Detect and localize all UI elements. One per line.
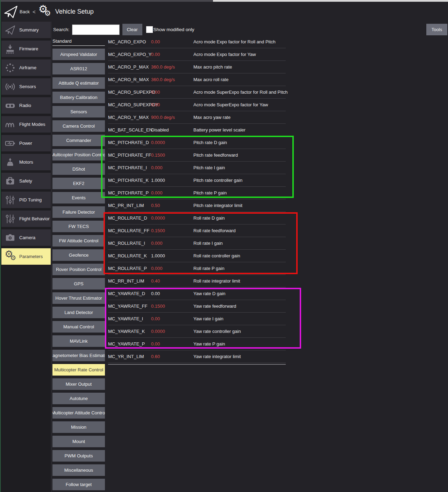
group-button-airspeed-validator[interactable]: Airspeed Validator bbox=[52, 49, 105, 60]
sidebar-item-power[interactable]: Power bbox=[1, 135, 51, 151]
param-name: MC_RR_INT_LIM bbox=[108, 275, 144, 287]
param-row-mc_rollrate_p[interactable]: MC_ROLLRATE_P0.000Roll rate P gain bbox=[108, 262, 286, 275]
param-row-mc_rr_int_lim[interactable]: MC_RR_INT_LIM0.40Roll rate integrator li… bbox=[108, 275, 286, 287]
param-row-mc_rollrate_k[interactable]: MC_ROLLRATE_K1.0000Roll rate controller … bbox=[108, 250, 286, 262]
param-row-mc_pr_int_lim[interactable]: MC_PR_INT_LIM0.50Pitch rate integrator l… bbox=[108, 199, 286, 212]
param-name: MC_PITCHRATE_D bbox=[108, 136, 149, 149]
param-row-mc_rollrate_i[interactable]: MC_ROLLRATE_I0.000Roll rate I gain bbox=[108, 237, 286, 250]
param-row-mc_rollrate_ff[interactable]: MC_ROLLRATE_FF0.1500Roll rate feedforwar… bbox=[108, 224, 286, 237]
sidebar-item-radio[interactable]: Radio bbox=[1, 97, 51, 114]
group-button-dshot[interactable]: DShot bbox=[52, 163, 105, 175]
sliders2-icon bbox=[4, 213, 16, 225]
group-button-fw-tecs[interactable]: FW TECS bbox=[52, 221, 105, 232]
sidebar-item-motors[interactable]: Motors bbox=[1, 154, 51, 170]
sidebar-item-camera[interactable]: Camera bbox=[1, 229, 51, 246]
param-row-mc_acro_r_max[interactable]: MC_ACRO_R_MAX360.0 deg/sMax acro roll ra… bbox=[108, 73, 286, 86]
param-row-mc_rollrate_d[interactable]: MC_ROLLRATE_D0.0000Roll rate D gain bbox=[108, 212, 286, 224]
paper-plane-icon bbox=[4, 24, 16, 36]
group-button-miscellaneous[interactable]: Miscellaneous bbox=[52, 464, 105, 476]
param-name: MC_ACRO_EXPO bbox=[108, 36, 146, 48]
param-row-mc_pitchrate_i[interactable]: MC_PITCHRATE_I0.000Pitch rate I gain bbox=[108, 162, 286, 174]
param-row-mc_yawrate_p[interactable]: MC_YAWRATE_P0.00Yaw rate P gain bbox=[108, 338, 286, 350]
group-button-events[interactable]: Events bbox=[52, 192, 105, 204]
param-description: Max acro yaw rate bbox=[193, 111, 230, 123]
setup-sidebar: SummaryFirmwareAirframeSensorsRadioFligh… bbox=[1, 22, 51, 492]
sidebar-item-label: Airframe bbox=[19, 65, 36, 70]
back-button[interactable]: Back bbox=[20, 9, 30, 14]
group-button-pwm-outputs[interactable]: PWM Outputs bbox=[52, 450, 105, 462]
sidebar-item-sensors[interactable]: Sensors bbox=[1, 78, 51, 95]
group-button-camera-control[interactable]: Camera Control bbox=[52, 120, 105, 132]
param-row-mc_yawrate_d[interactable]: MC_YAWRATE_D0.00Yaw rate D gain bbox=[108, 287, 286, 300]
param-name: MC_ACRO_SUPEXPO bbox=[108, 86, 155, 98]
sidebar-item-airframe[interactable]: Airframe bbox=[1, 59, 51, 76]
group-button-mount[interactable]: Mount bbox=[52, 436, 105, 447]
group-button-hover-thrust-estimator[interactable]: Hover Thrust Estimator bbox=[52, 292, 105, 304]
sidebar-item-flight-modes[interactable]: Flight Modes bbox=[1, 116, 51, 133]
param-name: MC_ACRO_Y_MAX bbox=[108, 111, 149, 123]
airframe-icon bbox=[4, 62, 16, 74]
group-button-attitude-q-estimator[interactable]: Attitude Q estimator bbox=[52, 77, 105, 89]
param-row-mc_yawrate_k[interactable]: MC_YAWRATE_K0.0000Yaw rate controller ga… bbox=[108, 325, 286, 338]
sidebar-item-flight-behavior[interactable]: Flight Behavior bbox=[1, 211, 51, 227]
param-row-mc_acro_supexpo[interactable]: MC_ACRO_SUPEXPO0.00Acro mode SuperExpo f… bbox=[108, 86, 286, 99]
param-row-mc_yawrate_ff[interactable]: MC_YAWRATE_FF0.1500Yaw rate feedforward bbox=[108, 300, 286, 313]
group-button-battery-calibration[interactable]: Battery Calibration bbox=[52, 92, 105, 103]
group-button-mixer-output[interactable]: Mixer Output bbox=[52, 378, 105, 390]
group-button-sensors[interactable]: Sensors bbox=[52, 106, 105, 117]
sidebar-item-label: Sensors bbox=[19, 84, 36, 89]
param-row-mc_yr_int_lim[interactable]: MC_YR_INT_LIM0.60Yaw rate integrator lim… bbox=[108, 350, 286, 363]
param-description: Roll rate P gain bbox=[193, 262, 225, 274]
param-row-mc_pitchrate_d[interactable]: MC_PITCHRATE_D0.0000Pitch rate D gain bbox=[108, 136, 286, 149]
group-button-mission[interactable]: Mission bbox=[52, 421, 105, 433]
param-name: MC_ROLLRATE_FF bbox=[108, 224, 149, 237]
group-button-rover-position-control[interactable]: Rover Position Control bbox=[52, 264, 105, 275]
group-button-multicopter-attitude-control[interactable]: Multicopter Attitude Control bbox=[52, 407, 105, 419]
param-name: MC_BAT_SCALE_EN bbox=[108, 124, 152, 136]
param-description: Pitch rate D gain bbox=[193, 136, 227, 149]
param-description: Roll rate controller gain bbox=[193, 250, 240, 262]
group-button-geofence[interactable]: Geofence bbox=[52, 249, 105, 261]
search-input[interactable] bbox=[72, 24, 120, 35]
radio-icon bbox=[4, 100, 16, 112]
sidebar-item-parameters[interactable]: ⚙⚙Parameters bbox=[1, 248, 51, 265]
param-description: Yaw rate controller gain bbox=[193, 325, 241, 337]
group-button-manual-control[interactable]: Manual Control bbox=[52, 321, 105, 333]
group-button-ekf2[interactable]: EKF2 bbox=[52, 178, 105, 189]
show-modified-checkbox[interactable] bbox=[146, 26, 153, 33]
group-button-fw-attitude-control[interactable]: FW Attitude Control bbox=[52, 235, 105, 247]
param-row-mc_pitchrate_ff[interactable]: MC_PITCHRATE_FF0.1500Pitch rate feedforw… bbox=[108, 149, 286, 162]
sidebar-item-safety[interactable]: Safety bbox=[1, 173, 51, 189]
sidebar-item-firmware[interactable]: Firmware bbox=[1, 41, 51, 57]
group-button-magnetometer-bias-estimator[interactable]: Magnetometer Bias Estimator bbox=[52, 350, 105, 361]
param-description: Pitch rate feedforward bbox=[193, 149, 238, 161]
param-value: 0.00 bbox=[151, 48, 160, 60]
param-row-mc_acro_p_max[interactable]: MC_ACRO_P_MAX360.0 deg/sMax acro pitch r… bbox=[108, 61, 286, 73]
group-button-follow-target[interactable]: Follow target bbox=[52, 479, 105, 490]
param-row-mc_acro_expo[interactable]: MC_ACRO_EXPO0.00Acro mode Expo factor fo… bbox=[108, 36, 286, 48]
group-button-mavlink[interactable]: MAVLink bbox=[52, 335, 105, 347]
tools-button[interactable]: Tools bbox=[426, 24, 447, 35]
param-value: 1.0000 bbox=[151, 250, 165, 262]
group-button-multicopter-rate-control[interactable]: Multicopter Rate Control bbox=[52, 364, 105, 376]
group-button-failure-detector[interactable]: Failure Detector bbox=[52, 206, 105, 218]
group-button-asr012[interactable]: ASR012 bbox=[52, 63, 105, 74]
group-button-land-detector[interactable]: Land Detector bbox=[52, 307, 105, 318]
group-button-gps[interactable]: GPS bbox=[52, 278, 105, 290]
param-row-mc_bat_scale_en[interactable]: MC_BAT_SCALE_ENDisabledBattery power lev… bbox=[108, 124, 286, 136]
motor-icon bbox=[4, 156, 16, 168]
group-button-autotune[interactable]: Autotune bbox=[52, 393, 105, 404]
sidebar-item-pid-tuning[interactable]: PID Tuning bbox=[1, 192, 51, 208]
param-value: 0.50 bbox=[151, 199, 160, 212]
param-row-mc_acro_y_max[interactable]: MC_ACRO_Y_MAX900.0 deg/sMax acro yaw rat… bbox=[108, 111, 286, 124]
param-row-mc_pitchrate_k[interactable]: MC_PITCHRATE_K1.0000Pitch rate controlle… bbox=[108, 174, 286, 187]
group-button-multicopter-position-control[interactable]: Multicopter Position Control bbox=[52, 149, 105, 161]
clear-button[interactable]: Clear bbox=[122, 24, 142, 35]
param-row-mc_acro_expo_y[interactable]: MC_ACRO_EXPO_Y0.00Acro mode Expo factor … bbox=[108, 48, 286, 61]
param-row-mc_acro_supexpoy[interactable]: MC_ACRO_SUPEXPOY0.00Acro mode SuperExpo … bbox=[108, 99, 286, 111]
group-button-commander[interactable]: Commander bbox=[52, 135, 105, 146]
param-value: 0.00 bbox=[151, 313, 160, 325]
sidebar-item-summary[interactable]: Summary bbox=[1, 22, 51, 38]
param-row-mc_yawrate_i[interactable]: MC_YAWRATE_I0.00Yaw rate I gain bbox=[108, 313, 286, 325]
param-row-mc_pitchrate_p[interactable]: MC_PITCHRATE_P0.000Pitch rate P gain bbox=[108, 187, 286, 199]
